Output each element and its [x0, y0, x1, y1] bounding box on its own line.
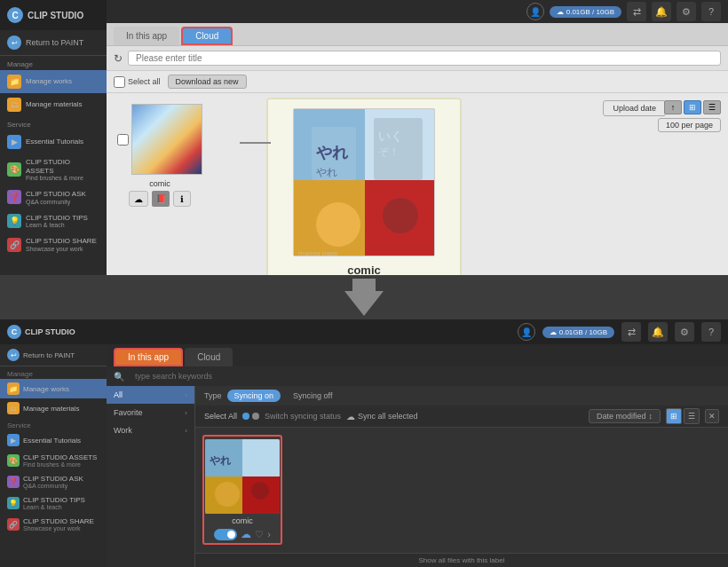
- bottom-manage-works-icon: 📁: [7, 382, 20, 395]
- bottom-sidebar-tips[interactable]: 💡 CLIP STUDIO TIPS Learn & teach: [0, 492, 107, 514]
- select-all-checkbox-top[interactable]: [114, 76, 125, 88]
- bottom-help-btn[interactable]: ?: [701, 322, 721, 342]
- sync-toggle[interactable]: [214, 529, 237, 540]
- popup-overlay: やれ やれ いく ぞ！ manga page comic ⬇ 📕 ℹ: [266, 98, 462, 275]
- filter-work-label: Work: [114, 426, 132, 435]
- sort-btn[interactable]: Date modified ↕: [589, 409, 661, 423]
- bottom-return-to-paint[interactable]: ↩ Return to PAINT: [0, 344, 107, 366]
- status-label: Show all files with this label: [419, 556, 505, 564]
- tab-in-this-app-top[interactable]: In this app: [114, 27, 179, 45]
- comic-thumbnail-bottom: やれ いく: [205, 439, 280, 514]
- sort-asc-btn[interactable]: ↑: [664, 100, 682, 114]
- filter-all[interactable]: All ›: [107, 386, 194, 404]
- search-input-top[interactable]: [128, 51, 721, 66]
- type-filter-row: Type Syncing on Syncing off: [195, 386, 728, 406]
- refresh-icon[interactable]: ↻: [114, 52, 123, 65]
- bell-btn[interactable]: 🔔: [652, 2, 671, 21]
- ask-label: CLIP STUDIO ASK: [26, 190, 86, 199]
- main-content-top: Upload date ↑ ⊞ ☰ 100 per page comic: [107, 93, 728, 275]
- sidebar-item-share[interactable]: 🔗 CLIP STUDIO SHARE Showcase your work: [0, 232, 107, 256]
- assets-sublabel: Find brushes & more: [26, 175, 99, 181]
- download-as-new-btn[interactable]: Download as new: [168, 75, 247, 89]
- grid-view-btn-top[interactable]: ⊞: [684, 100, 701, 114]
- manage-works-label: Manage works: [26, 77, 72, 86]
- action-bar-top: Select all Download as new: [107, 71, 728, 93]
- gear-btn[interactable]: ⚙: [677, 2, 696, 21]
- sync-dots: [242, 413, 259, 420]
- share-sublabel: Showcase your work: [26, 246, 97, 252]
- filter-work[interactable]: Work ›: [107, 421, 194, 439]
- bottom-app-name: CLIP STUDIO: [25, 327, 75, 336]
- user-icon[interactable]: 👤: [526, 3, 544, 20]
- tab-in-this-app-bottom[interactable]: In this app: [114, 348, 183, 366]
- manage-works-icon: 📁: [7, 75, 21, 89]
- switch-sync-btn[interactable]: Switch syncing status: [265, 412, 341, 421]
- tabs-bar-top: In this app Cloud: [107, 23, 728, 46]
- bottom-sidebar-share[interactable]: 🔗 CLIP STUDIO SHARE Showcase your work: [0, 514, 107, 535]
- bottom-sidebar-ask[interactable]: ❓ CLIP STUDIO ASK Q&A community: [0, 471, 107, 492]
- syncing-off-filter[interactable]: Syncing off: [286, 390, 339, 402]
- search-input-bottom[interactable]: [130, 370, 721, 382]
- filter-favorite-label: Favorite: [114, 408, 143, 417]
- return-to-paint[interactable]: ↩ Return to PAINT: [0, 30, 107, 56]
- grid-view-btn-bottom[interactable]: ⊞: [666, 408, 682, 424]
- sidebar-item-ask[interactable]: ❓ CLIP STUDIO ASK Q&A community: [0, 185, 107, 209]
- filter-all-arrow: ›: [185, 391, 187, 399]
- detail-arrow-icon[interactable]: ›: [267, 529, 271, 539]
- bottom-logo-icon: C: [7, 325, 21, 339]
- comic-info-icon-top[interactable]: ℹ: [173, 191, 191, 207]
- bottom-return-label: Return to PAINT: [23, 351, 75, 359]
- list-view-btn-bottom[interactable]: ☰: [684, 408, 700, 424]
- tab-cloud-top[interactable]: Cloud: [181, 27, 233, 45]
- filter-favorite[interactable]: Favorite ›: [107, 404, 194, 421]
- close-btn-bottom[interactable]: ✕: [705, 409, 719, 423]
- manage-materials-label: Manage materials: [26, 100, 83, 109]
- select-all-btn-bottom[interactable]: Select All: [204, 412, 237, 421]
- bottom-gear-btn[interactable]: ⚙: [675, 322, 694, 342]
- bottom-user-icon[interactable]: 👤: [518, 323, 535, 341]
- sidebar-item-manage-works[interactable]: 📁 Manage works: [0, 70, 107, 93]
- comic-cloud-icon-top[interactable]: ☁: [129, 191, 148, 207]
- comic-checkbox-top[interactable]: [117, 134, 129, 146]
- sidebar-item-tips[interactable]: 💡 CLIP STUDIO TIPS Learn & teach: [0, 209, 107, 233]
- help-btn[interactable]: ?: [701, 2, 721, 21]
- content-area-bottom: Type Syncing on Syncing off Select All S…: [195, 386, 728, 567]
- bottom-sidebar-manage-materials[interactable]: 🗂 Manage materials: [0, 398, 107, 418]
- bottom-tips-icon: 💡: [7, 497, 20, 509]
- tab-cloud-bottom[interactable]: Cloud: [185, 348, 233, 366]
- cloud-sync-indicator: ☁: [241, 528, 251, 540]
- bottom-tabs-bar: In this app Cloud: [107, 344, 728, 366]
- bottom-sidebar-assets[interactable]: 🎨 CLIP STUDIO ASSETS Find brushes & more: [0, 450, 107, 471]
- bottom-sidebar-tutorials[interactable]: ▶ Essential Tutorials: [0, 430, 107, 450]
- syncing-on-filter[interactable]: Syncing on: [227, 390, 281, 402]
- bottom-ask-icon: ❓: [7, 476, 20, 488]
- sidebar-item-manage-materials[interactable]: 🗂 Manage materials: [0, 93, 107, 116]
- top-section: C CLIP STUDIO ↩ Return to PAINT Manage 📁…: [0, 0, 728, 275]
- bottom-ask-sublabel: Q&A community: [23, 483, 83, 489]
- svg-point-21: [215, 482, 240, 507]
- sidebar-item-assets[interactable]: 🎨 CLIP STUDIO ASSETS Find brushes & more: [0, 154, 107, 185]
- sidebar-bottom: ↩ Return to PAINT Manage 📁 Manage works …: [0, 344, 107, 567]
- app-name: CLIP STUDIO: [28, 11, 83, 20]
- transfer-btn[interactable]: ⇄: [627, 2, 646, 21]
- bottom-bell-btn[interactable]: 🔔: [648, 322, 668, 342]
- cards-area: やれ いく comic: [195, 428, 728, 553]
- svg-text:ぞ！: ぞ！: [378, 146, 400, 158]
- comic-thumbnail-top: [131, 104, 202, 175]
- bottom-tutorials-icon: ▶: [7, 434, 20, 446]
- cloud-storage-btn[interactable]: ☁ 0.01GB / 10GB: [550, 6, 621, 18]
- comic-book-icon-top[interactable]: 📕: [152, 191, 170, 207]
- select-all-label-top[interactable]: Select all: [114, 76, 161, 88]
- per-page-btn[interactable]: 100 per page: [658, 118, 721, 132]
- bottom-sidebar-manage-works[interactable]: 📁 Manage works: [0, 379, 107, 398]
- sync-all-btn[interactable]: ☁ Sync all selected: [346, 412, 418, 421]
- toolbar-row-top: ↻: [107, 46, 728, 71]
- list-view-btn-top[interactable]: ☰: [703, 100, 721, 114]
- bottom-transfer-btn[interactable]: ⇄: [621, 322, 641, 342]
- search-icon-bottom: 🔍: [114, 372, 124, 382]
- sidebar-item-essential-tutorials[interactable]: ▶ Essential Tutorials: [0, 130, 107, 154]
- sort-label: Date modified: [597, 412, 646, 421]
- favorite-icon[interactable]: ♡: [255, 529, 264, 540]
- upload-date-btn[interactable]: Upload date: [603, 100, 666, 116]
- bottom-cloud-storage[interactable]: ☁ 0.01GB / 10GB: [542, 327, 614, 338]
